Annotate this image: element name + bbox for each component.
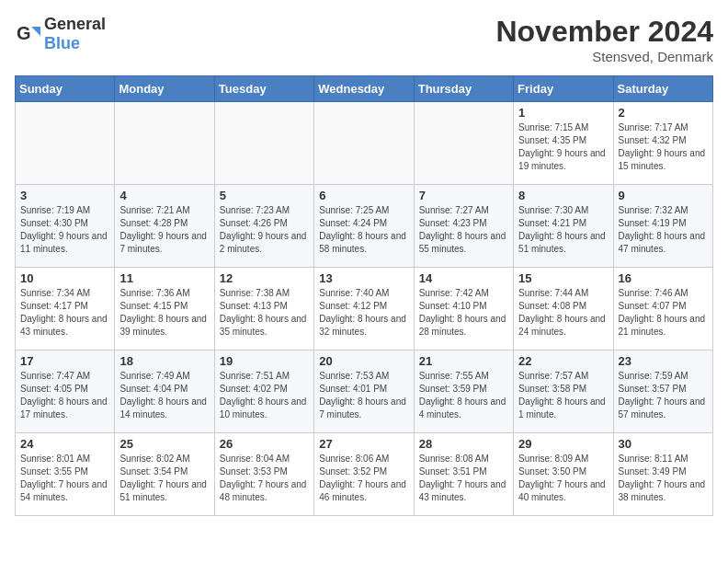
calendar-cell: 19Sunrise: 7:51 AM Sunset: 4:02 PM Dayli… [214,350,313,433]
day-info: Sunrise: 8:04 AM Sunset: 3:53 PM Dayligh… [220,453,309,504]
day-number: 13 [319,271,408,285]
calendar-cell: 5Sunrise: 7:23 AM Sunset: 4:26 PM Daylig… [214,185,313,268]
day-number: 2 [619,106,708,120]
day-info: Sunrise: 7:47 AM Sunset: 4:05 PM Dayligh… [20,370,109,421]
calendar-cell: 8Sunrise: 7:30 AM Sunset: 4:21 PM Daylig… [514,185,613,268]
calendar-cell: 14Sunrise: 7:42 AM Sunset: 4:10 PM Dayli… [414,268,513,350]
calendar-cell: 13Sunrise: 7:40 AM Sunset: 4:12 PM Dayli… [314,268,414,350]
day-info: Sunrise: 7:36 AM Sunset: 4:15 PM Dayligh… [119,287,209,339]
day-number: 22 [518,354,608,368]
day-number: 3 [20,189,109,202]
day-info: Sunrise: 7:21 AM Sunset: 4:28 PM Dayligh… [119,204,209,256]
svg-text:G: G [17,23,31,43]
logo-icon: G [15,21,40,47]
day-number: 26 [220,437,309,451]
day-info: Sunrise: 7:49 AM Sunset: 4:04 PM Dayligh… [119,370,209,421]
calendar-cell: 27Sunrise: 8:06 AM Sunset: 3:52 PM Dayli… [314,433,414,516]
day-number: 4 [119,189,209,202]
day-number: 17 [20,354,109,368]
weekday-header-row: SundayMondayTuesdayWednesdayThursdayFrid… [16,76,713,102]
weekday-header-thursday: Thursday [414,76,513,102]
weekday-header-wednesday: Wednesday [314,76,414,102]
logo: G General Blue [15,15,106,53]
day-number: 19 [220,354,309,368]
calendar-week-row: 17Sunrise: 7:47 AM Sunset: 4:05 PM Dayli… [16,350,713,433]
calendar-cell [214,102,313,185]
day-number: 12 [220,271,309,285]
day-info: Sunrise: 7:55 AM Sunset: 3:59 PM Dayligh… [419,370,508,421]
day-number: 27 [319,437,408,451]
day-info: Sunrise: 7:42 AM Sunset: 4:10 PM Dayligh… [419,287,508,339]
svg-marker-1 [31,27,40,36]
calendar-cell: 25Sunrise: 8:02 AM Sunset: 3:54 PM Dayli… [115,433,214,516]
day-number: 14 [419,271,508,285]
calendar-cell: 24Sunrise: 8:01 AM Sunset: 3:55 PM Dayli… [16,433,115,516]
calendar-week-row: 24Sunrise: 8:01 AM Sunset: 3:55 PM Dayli… [16,433,713,516]
calendar-week-row: 3Sunrise: 7:19 AM Sunset: 4:30 PM Daylig… [16,185,713,268]
day-number: 1 [518,106,608,120]
location: Stensved, Denmark [495,49,713,64]
calendar-cell: 20Sunrise: 7:53 AM Sunset: 4:01 PM Dayli… [314,350,414,433]
calendar-cell: 6Sunrise: 7:25 AM Sunset: 4:24 PM Daylig… [314,185,414,268]
calendar-cell: 12Sunrise: 7:38 AM Sunset: 4:13 PM Dayli… [214,268,313,350]
day-info: Sunrise: 8:01 AM Sunset: 3:55 PM Dayligh… [20,453,109,504]
day-number: 6 [319,189,408,202]
calendar-cell: 10Sunrise: 7:34 AM Sunset: 4:17 PM Dayli… [16,268,115,350]
day-info: Sunrise: 7:19 AM Sunset: 4:30 PM Dayligh… [20,204,109,256]
weekday-header-saturday: Saturday [613,76,712,102]
calendar-cell: 28Sunrise: 8:08 AM Sunset: 3:51 PM Dayli… [414,433,513,516]
day-info: Sunrise: 7:51 AM Sunset: 4:02 PM Dayligh… [220,370,309,421]
day-info: Sunrise: 7:23 AM Sunset: 4:26 PM Dayligh… [220,204,309,256]
day-number: 24 [20,437,109,451]
weekday-header-tuesday: Tuesday [214,76,313,102]
day-number: 18 [119,354,209,368]
day-number: 11 [119,271,209,285]
calendar-cell: 21Sunrise: 7:55 AM Sunset: 3:59 PM Dayli… [414,350,513,433]
calendar-cell: 18Sunrise: 7:49 AM Sunset: 4:04 PM Dayli… [115,350,214,433]
day-number: 15 [518,271,608,285]
calendar-cell: 22Sunrise: 7:57 AM Sunset: 3:58 PM Dayli… [514,350,613,433]
day-number: 20 [319,354,408,368]
day-info: Sunrise: 7:25 AM Sunset: 4:24 PM Dayligh… [319,204,408,256]
calendar-table: SundayMondayTuesdayWednesdayThursdayFrid… [15,75,713,516]
day-number: 28 [419,437,508,451]
day-number: 16 [619,271,708,285]
day-number: 8 [518,189,608,202]
weekday-header-sunday: Sunday [16,76,115,102]
day-info: Sunrise: 8:08 AM Sunset: 3:51 PM Dayligh… [419,453,508,504]
page-header: G General Blue November 2024 Stensved, D… [15,15,713,64]
calendar-cell [414,102,513,185]
weekday-header-monday: Monday [115,76,214,102]
day-info: Sunrise: 7:27 AM Sunset: 4:23 PM Dayligh… [419,204,508,256]
calendar-cell: 2Sunrise: 7:17 AM Sunset: 4:32 PM Daylig… [613,102,712,185]
day-info: Sunrise: 8:06 AM Sunset: 3:52 PM Dayligh… [319,453,408,504]
day-number: 9 [619,189,708,202]
calendar-cell: 23Sunrise: 7:59 AM Sunset: 3:57 PM Dayli… [613,350,712,433]
day-number: 10 [20,271,109,285]
calendar-cell: 11Sunrise: 7:36 AM Sunset: 4:15 PM Dayli… [115,268,214,350]
day-info: Sunrise: 7:34 AM Sunset: 4:17 PM Dayligh… [20,287,109,339]
day-number: 7 [419,189,508,202]
day-info: Sunrise: 7:46 AM Sunset: 4:07 PM Dayligh… [619,287,708,339]
day-info: Sunrise: 7:44 AM Sunset: 4:08 PM Dayligh… [518,287,608,339]
day-number: 25 [119,437,209,451]
day-info: Sunrise: 7:59 AM Sunset: 3:57 PM Dayligh… [619,370,708,421]
day-number: 5 [220,189,309,202]
day-number: 29 [518,437,608,451]
calendar-cell: 16Sunrise: 7:46 AM Sunset: 4:07 PM Dayli… [613,268,712,350]
month-title: November 2024 [495,15,713,49]
day-number: 21 [419,354,508,368]
calendar-cell: 1Sunrise: 7:15 AM Sunset: 4:35 PM Daylig… [514,102,613,185]
calendar-cell: 30Sunrise: 8:11 AM Sunset: 3:49 PM Dayli… [613,433,712,516]
calendar-cell [16,102,115,185]
calendar-week-row: 1Sunrise: 7:15 AM Sunset: 4:35 PM Daylig… [16,102,713,185]
calendar-cell: 26Sunrise: 8:04 AM Sunset: 3:53 PM Dayli… [214,433,313,516]
day-info: Sunrise: 7:53 AM Sunset: 4:01 PM Dayligh… [319,370,408,421]
calendar-cell: 15Sunrise: 7:44 AM Sunset: 4:08 PM Dayli… [514,268,613,350]
day-info: Sunrise: 7:32 AM Sunset: 4:19 PM Dayligh… [619,204,708,256]
day-info: Sunrise: 8:09 AM Sunset: 3:50 PM Dayligh… [518,453,608,504]
day-number: 23 [619,354,708,368]
day-info: Sunrise: 7:30 AM Sunset: 4:21 PM Dayligh… [518,204,608,256]
weekday-header-friday: Friday [514,76,613,102]
calendar-cell: 17Sunrise: 7:47 AM Sunset: 4:05 PM Dayli… [16,350,115,433]
